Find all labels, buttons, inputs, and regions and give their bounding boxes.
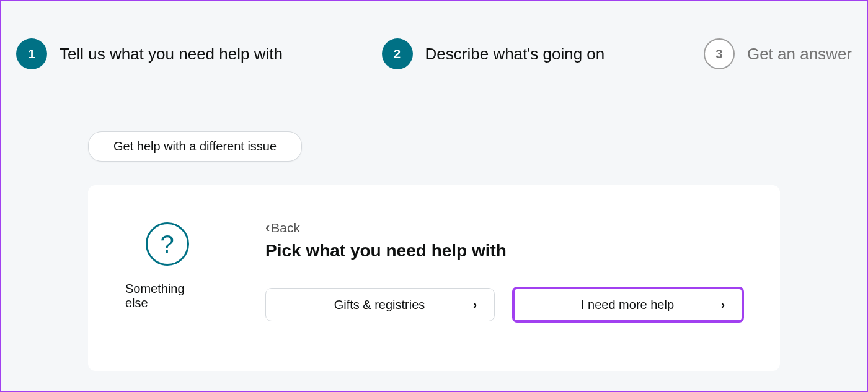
chevron-left-icon: ‹ [265,220,270,236]
step-connector [295,54,370,54]
step-connector [617,54,691,54]
step-3: 3 Get an answer [704,38,852,69]
chevron-right-icon: › [473,298,477,311]
option-row: Gifts & registries › I need more help › [265,288,743,321]
step-2: 2 Describe what's going on [382,38,605,69]
card-right-panel: ‹ Back Pick what you need help with Gift… [228,220,743,321]
step-2-circle: 2 [382,38,413,69]
help-card: ? Something else ‹ Back Pick what you ne… [88,185,780,371]
option-gifts-registries[interactable]: Gifts & registries › [265,288,495,321]
option-label: Gifts & registries [298,298,473,312]
back-button[interactable]: ‹ Back [265,220,743,236]
progress-stepper: 1 Tell us what you need help with 2 Desc… [1,1,867,69]
card-title: Pick what you need help with [265,241,743,261]
option-label: I need more help [546,298,721,312]
back-label: Back [271,220,300,235]
different-issue-button[interactable]: Get help with a different issue [88,131,302,162]
question-icon: ? [146,222,189,266]
step-1: 1 Tell us what you need help with [16,38,283,69]
card-left-label: Something else [125,282,209,310]
step-1-label: Tell us what you need help with [60,45,283,64]
step-1-circle: 1 [16,38,47,69]
chevron-right-icon: › [721,298,725,311]
option-need-more-help[interactable]: I need more help › [513,288,743,321]
card-left-panel: ? Something else [125,220,228,321]
step-3-label: Get an answer [747,45,852,64]
step-2-label: Describe what's going on [425,45,605,64]
step-3-circle: 3 [704,38,735,69]
